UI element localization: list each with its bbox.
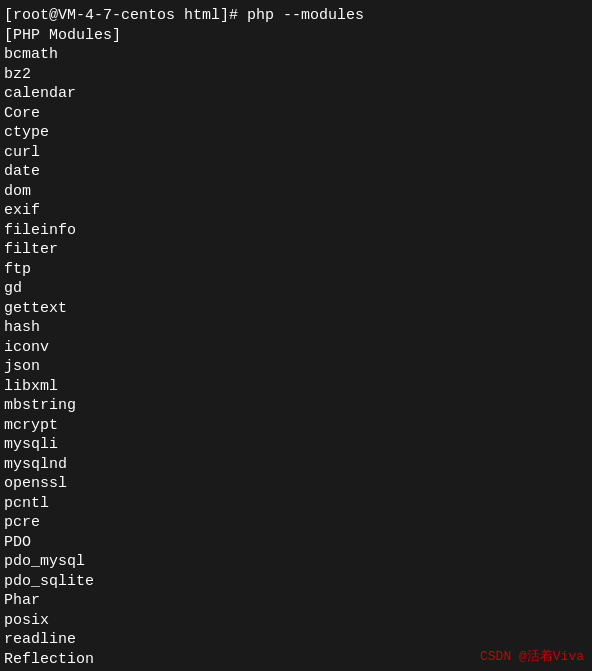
module-item: mysqlnd <box>4 455 588 475</box>
module-item: exif <box>4 201 588 221</box>
module-item: curl <box>4 143 588 163</box>
module-item: Core <box>4 104 588 124</box>
module-item: json <box>4 357 588 377</box>
watermark: CSDN @活着Viva <box>480 647 584 665</box>
module-item: bcmath <box>4 45 588 65</box>
module-item: gettext <box>4 299 588 319</box>
php-modules-header: [PHP Modules] <box>4 26 588 46</box>
module-item: openssl <box>4 474 588 494</box>
module-item: pdo_mysql <box>4 552 588 572</box>
module-item: filter <box>4 240 588 260</box>
module-item: fileinfo <box>4 221 588 241</box>
module-item: PDO <box>4 533 588 553</box>
module-item: pcntl <box>4 494 588 514</box>
module-item: libxml <box>4 377 588 397</box>
module-item: pdo_sqlite <box>4 572 588 592</box>
module-item: bz2 <box>4 65 588 85</box>
module-item: pcre <box>4 513 588 533</box>
module-item: Phar <box>4 591 588 611</box>
module-item: mysqli <box>4 435 588 455</box>
module-item: ctype <box>4 123 588 143</box>
module-item: gd <box>4 279 588 299</box>
module-item: hash <box>4 318 588 338</box>
module-item: mcrypt <box>4 416 588 436</box>
prompt-line: [root@VM-4-7-centos html]# php --modules <box>4 6 588 26</box>
module-item: iconv <box>4 338 588 358</box>
module-item: ftp <box>4 260 588 280</box>
terminal-window: [root@VM-4-7-centos html]# php --modules… <box>0 0 592 671</box>
module-item: mbstring <box>4 396 588 416</box>
module-item: posix <box>4 611 588 631</box>
module-item: dom <box>4 182 588 202</box>
modules-list: bcmathbz2calendarCorectypecurldatedomexi… <box>4 45 588 671</box>
module-item: date <box>4 162 588 182</box>
module-item: calendar <box>4 84 588 104</box>
